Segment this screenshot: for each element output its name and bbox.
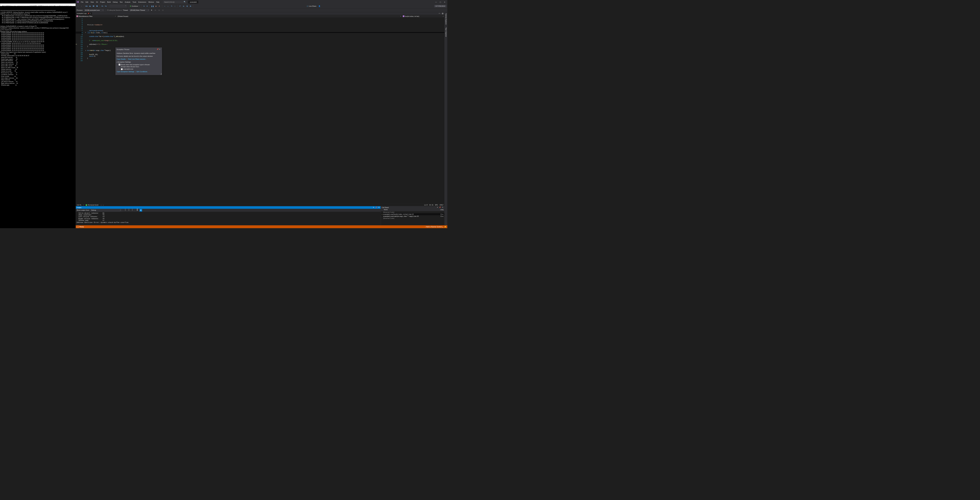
close-popup-icon[interactable]: ✕ <box>159 49 161 51</box>
menu-help[interactable]: Help <box>155 1 161 3</box>
process-combo[interactable]: [4136] example1.exe <box>84 9 104 11</box>
menu-git[interactable]: Git <box>95 1 99 3</box>
lifecycle-events-button[interactable]: 🖵 Lifecycle Events ▾ <box>107 9 122 11</box>
callstack-close-icon[interactable]: ✕ <box>442 207 444 208</box>
copy-details-link[interactable]: Copy Details <box>117 58 126 60</box>
thread-combo[interactable]: [35160] Main Thread <box>129 9 149 11</box>
out-scroll-icon[interactable]: ≣ <box>131 209 134 212</box>
close-button[interactable]: ✕ <box>444 1 445 3</box>
break-when-thrown-check[interactable]: Break when this exception type is thrown <box>119 64 161 65</box>
out-clear-icon[interactable]: ≣ <box>124 209 127 212</box>
nav-fwd-icon[interactable]: ◦ <box>80 5 83 7</box>
close-tab-icon[interactable]: ✕ <box>90 13 91 14</box>
flag-icon[interactable]: ⚑ <box>150 9 153 11</box>
tb-misc3-icon[interactable]: ⇶ <box>186 5 188 7</box>
window-controls: — ▢ ✕ <box>435 1 447 3</box>
open-file-icon[interactable]: 🗁 <box>89 5 91 7</box>
config-combo[interactable] <box>110 5 127 7</box>
zoom-level[interactable]: 111 % <box>77 204 82 206</box>
maximize-button[interactable]: ▢ <box>440 1 441 3</box>
menu-test[interactable]: Test <box>119 1 124 3</box>
eol-indicator: CRLF <box>440 204 444 206</box>
nav-back-icon[interactable]: ◦ <box>77 5 80 7</box>
save-icon[interactable]: 🖫 <box>92 5 95 7</box>
menu-file[interactable]: File <box>80 1 84 3</box>
edit-conditions-link[interactable]: Edit Conditions <box>137 71 148 72</box>
step-over-icon[interactable]: ↷ <box>170 5 173 7</box>
source-control-button[interactable]: ↑ Add to Source Control ▴ <box>425 226 443 228</box>
hot-reload2-icon[interactable]: ⟳ <box>146 5 149 7</box>
step-out-icon[interactable]: ↑ <box>173 5 176 7</box>
callstack-row[interactable]: [External Code] <box>381 217 444 219</box>
side-tab-solution-explorer[interactable]: Solution Explorer <box>445 13 447 25</box>
menu-window[interactable]: Window <box>147 1 155 3</box>
output-body[interactable]: Intra object redzone: bb ASan internal: … <box>76 212 381 225</box>
open-exception-settings-link[interactable]: Open Exception Settings <box>117 71 134 72</box>
out-indent-icon[interactable]: ≣ <box>136 209 139 212</box>
function-icon <box>403 16 404 17</box>
output-dropdown-icon[interactable]: ▾ <box>372 207 374 208</box>
minimize-button[interactable]: — <box>435 1 436 3</box>
menu-extensions[interactable]: Extensions <box>137 1 147 3</box>
menu-view[interactable]: View <box>89 1 95 3</box>
save-all-icon[interactable]: 🖫 <box>95 5 98 7</box>
doc-split-icon[interactable]: ↔ <box>438 12 441 15</box>
callstack-row[interactable]: [External Code] <box>381 211 444 213</box>
except-item-check[interactable]: example1.exe <box>121 68 161 70</box>
menu-debug[interactable]: Debug <box>112 1 118 3</box>
undo-icon[interactable]: ↶▾ <box>101 5 103 7</box>
redo-icon[interactable]: ↷▾ <box>104 5 107 7</box>
out-wrap-icon[interactable]: ≣ <box>127 209 130 212</box>
menu-tools[interactable]: Tools <box>132 1 137 3</box>
char-indicator: Ch: 31 <box>429 204 434 206</box>
except-checkbox[interactable] <box>121 68 123 70</box>
nav-scope-function[interactable]: foo(int index, int len) <box>402 15 444 18</box>
output-source-combo[interactable]: Debug <box>91 209 122 212</box>
start-live-share-link[interactable]: Start Live Share session... <box>128 58 146 60</box>
doc-settings-icon[interactable]: ⚙ <box>441 12 444 15</box>
new-item-icon[interactable]: ✚▾ <box>86 5 88 7</box>
break-all-icon[interactable]: ❚❚ <box>151 5 154 7</box>
exception-settings-header[interactable]: Exception Settings <box>117 61 161 63</box>
menu-edit[interactable]: Edit <box>84 1 89 3</box>
output-close-icon[interactable]: ✕ <box>378 207 380 208</box>
callstack-dropdown-icon[interactable]: ▾ <box>436 207 438 208</box>
stop-icon[interactable]: ■ <box>155 5 158 7</box>
callstack-row[interactable]: ➪example1.exe!foo(int index, int len) Li… <box>381 213 444 216</box>
next-statement-icon[interactable]: → <box>164 5 166 7</box>
callstack-row[interactable]: example1.exe!main(int argc, char * * arg… <box>381 216 444 217</box>
nav-scope-global[interactable]: (Global Scope) <box>117 15 402 18</box>
side-tab-well: Solution Explorer Team Explorer <box>444 12 447 225</box>
live-share-admin-icon[interactable]: 👤 <box>318 5 321 7</box>
tb-misc2-icon[interactable]: ⇉ <box>182 5 185 7</box>
resize-grip-icon[interactable]: ◢ <box>161 73 162 75</box>
pin-popup-icon[interactable]: 📌 <box>156 49 159 51</box>
menu-analyze[interactable]: Analyze <box>124 1 132 3</box>
stack-frame3-icon[interactable]: ⊟ <box>161 9 164 11</box>
menu-project[interactable]: Project <box>99 1 106 3</box>
continue-button[interactable]: Continue▾ <box>129 5 140 7</box>
callstack-pin-icon[interactable]: 📌 <box>439 207 441 208</box>
nav-scope-project[interactable]: Miscellaneous Files <box>76 15 117 18</box>
stack-frame1-icon[interactable]: ⊟ <box>154 9 157 11</box>
hot-reload1-icon[interactable]: ⟲ <box>143 5 145 7</box>
solution-tab[interactable]: example1 <box>188 1 199 3</box>
out-toggle-icon[interactable]: ⊞ <box>140 209 142 212</box>
notifications-icon[interactable]: 🔔 <box>444 226 446 228</box>
search-input[interactable]: Search (Ctrl+Q) <box>163 1 186 3</box>
restart-icon[interactable]: ⟳ <box>158 5 161 7</box>
int-preview-badge: INT PREVIEW <box>434 5 446 7</box>
live-share-button[interactable]: ⬡ Live Share <box>307 5 317 7</box>
step-into-icon[interactable]: ↓ <box>167 5 169 7</box>
issues-status[interactable]: No issues found <box>86 204 99 206</box>
document-tab[interactable]: example1.cpp 📌 ✕ <box>76 12 92 14</box>
side-tab-team-explorer[interactable]: Team Explorer <box>445 27 447 38</box>
menu-build[interactable]: Build <box>106 1 112 3</box>
output-pin-icon[interactable]: 📌 <box>375 207 377 208</box>
break-checkbox[interactable] <box>119 64 120 65</box>
code-editor[interactable]: 12345678910111213141516171819202122 ⊟⊟ #… <box>76 18 444 204</box>
stack-frame2-icon[interactable]: ⊟ <box>158 9 161 11</box>
tb-misc1-icon[interactable]: ↶ <box>179 5 181 7</box>
tb-misc4-icon[interactable]: ⊞ <box>189 5 192 7</box>
pin-icon[interactable]: 📌 <box>88 13 89 14</box>
